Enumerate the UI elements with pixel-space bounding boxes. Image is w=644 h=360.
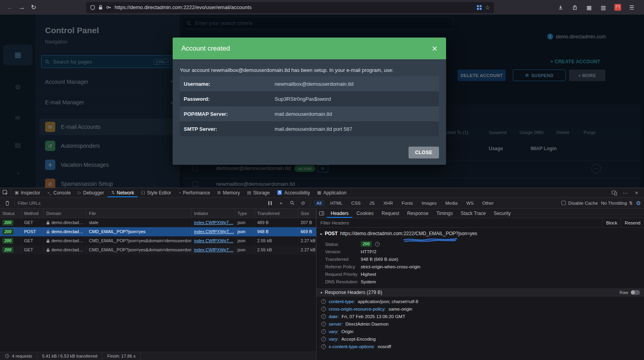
help-icon[interactable]: ? — [321, 314, 326, 319]
tab-performance[interactable]: ◔Performance — [175, 188, 213, 197]
tab-network[interactable]: ⇅Network — [107, 188, 137, 197]
column-header[interactable]: File — [87, 209, 192, 218]
search-icon[interactable] — [288, 200, 296, 205]
close-icon[interactable]: × — [432, 44, 437, 53]
column-header[interactable]: Status — [0, 209, 22, 218]
column-header[interactable]: Type — [235, 209, 255, 218]
help-icon[interactable]: ? — [321, 307, 326, 311]
filter-xhr[interactable]: XHR — [380, 200, 395, 206]
request-row-selected[interactable]: 200 POST demo.directad… CMD_EMAIL_POP?js… — [0, 227, 316, 236]
initiator-link[interactable]: index.CWfPXWpT… — [194, 218, 233, 227]
initiator-link[interactable]: index.CWfPXWpT.… — [194, 227, 234, 236]
column-header[interactable]: Method — [22, 209, 44, 218]
pause-icon[interactable] — [266, 201, 274, 205]
tab-memory[interactable]: ⊞Memory — [214, 188, 244, 197]
initiator-link[interactable]: index.CWfPXWpT… — [194, 236, 233, 245]
summary-row: Version HTTP/2 — [325, 248, 644, 255]
download-icon[interactable] — [555, 2, 567, 13]
column-header[interactable]: Initiator — [192, 209, 235, 218]
caret-down-icon: ▾ — [320, 290, 322, 295]
response-headers-section[interactable]: ▾ Response Headers (279 B) Raw — [316, 288, 644, 296]
tab-inspector[interactable]: ▣Inspector — [11, 188, 44, 197]
filter-images[interactable]: Images — [419, 200, 439, 206]
devtools-window-controls: ⋯ × — [609, 188, 644, 197]
details-tab-headers[interactable]: Headers — [327, 209, 352, 218]
help-icon[interactable]: ? — [321, 299, 326, 304]
help-icon[interactable]: ? — [321, 344, 326, 349]
apps-grid-icon[interactable] — [477, 5, 482, 10]
save-page-icon[interactable] — [569, 2, 581, 13]
tab-columns-icon[interactable]: ▥ — [597, 2, 609, 13]
filter-media[interactable]: Media — [443, 200, 460, 206]
sidebar-toggle-icon[interactable] — [316, 209, 327, 218]
details-tab-timings[interactable]: Timings — [432, 209, 457, 218]
column-header[interactable]: Transferred — [255, 209, 298, 218]
filter-headers-input[interactable] — [320, 221, 602, 225]
block-button[interactable]: Block — [602, 218, 621, 227]
details-tab-response[interactable]: Response — [403, 209, 432, 218]
details-tab-security[interactable]: Security — [490, 209, 514, 218]
filter-ws[interactable]: WS — [463, 200, 476, 206]
filter-js[interactable]: JS — [367, 200, 377, 206]
filter-urls-input[interactable] — [18, 201, 263, 205]
column-header[interactable]: Size — [298, 209, 316, 218]
lock-icon[interactable] — [98, 5, 103, 10]
extensions-grid-icon[interactable]: ▦ — [583, 2, 595, 13]
resend-button[interactable]: Resend — [621, 218, 644, 227]
credential-row: POP/IMAP Server: mail.demouserdomain.tld — [180, 106, 439, 121]
tab-storage[interactable]: ▤Storage — [243, 188, 273, 197]
close-button[interactable]: CLOSE — [409, 147, 439, 158]
network-settings-gear-icon[interactable]: ⚙ — [636, 200, 641, 206]
disable-cache-checkbox[interactable]: Disable Cache — [561, 201, 598, 205]
request-summary-line[interactable]: ▸ POST https://demo.directadmin.com:2222… — [316, 228, 644, 238]
forward-icon[interactable]: → — [16, 2, 28, 13]
method-cell: GET — [22, 236, 44, 245]
help-icon[interactable]: ? — [375, 242, 380, 247]
close-devtools-icon[interactable]: × — [631, 188, 642, 198]
transferred-cell: 948 B — [255, 227, 298, 236]
clear-requests-icon[interactable] — [3, 200, 11, 206]
filter-fonts[interactable]: Fonts — [399, 200, 416, 206]
filter-html[interactable]: HTML — [328, 200, 345, 206]
request-row[interactable]: 200 GET demo.directad… state index.CWfPX… — [0, 218, 316, 227]
tab-application[interactable]: ▦Application — [314, 188, 350, 197]
details-tab-request[interactable]: Request — [378, 209, 403, 218]
size-cell: 2.27 kB — [298, 236, 316, 245]
ublock-origin-icon[interactable] — [612, 2, 623, 13]
url-input[interactable] — [115, 4, 474, 10]
details-tab-stack-trace[interactable]: Stack Trace — [457, 209, 490, 218]
request-row[interactable]: 200 GET demo.directad… CMD_EMAIL_POP?jso… — [0, 245, 316, 254]
help-icon[interactable]: ? — [321, 337, 326, 341]
new-request-icon[interactable]: + — [277, 200, 285, 206]
filter-css[interactable]: CSS — [348, 200, 363, 206]
filter-other[interactable]: Other — [480, 200, 497, 206]
transferred-cell: 2.55 kB — [255, 245, 298, 254]
request-blocking-icon[interactable]: ⊘ — [299, 200, 307, 206]
menu-icon[interactable]: ☰ — [626, 2, 638, 13]
details-tab-cookies[interactable]: Cookies — [352, 209, 377, 218]
browser-toolbar: ← → ↻ ☆ ▦ ▥ ☰ — [0, 0, 644, 15]
back-icon[interactable]: ← — [4, 2, 16, 13]
request-url: https://demo.directadmin.com:2222/CMD_EM… — [340, 231, 477, 236]
shield-icon[interactable] — [90, 5, 95, 10]
key-icon[interactable] — [106, 5, 111, 10]
reload-icon[interactable]: ↻ — [28, 2, 40, 13]
initiator-link[interactable]: index.CWfPXWpT… — [194, 245, 233, 254]
raw-toggle[interactable] — [631, 290, 640, 295]
tab-style-editor[interactable]: { }Style Editor — [137, 188, 175, 197]
tab-debugger[interactable]: ▷Debugger — [74, 188, 107, 197]
bookmark-star-icon[interactable]: ☆ — [485, 4, 490, 11]
tab-console[interactable]: >_Console — [44, 188, 74, 197]
throttling-dropdown[interactable]: No Throttling ⇅ — [601, 200, 633, 206]
request-row[interactable]: 200 GET demo.directad… CMD_EMAIL_POP?jso… — [0, 236, 316, 245]
responsive-design-icon[interactable] — [609, 188, 620, 198]
pick-element-icon[interactable] — [0, 188, 11, 197]
filter-all[interactable]: All — [314, 200, 324, 206]
tab-accessibility[interactable]: ♿Accessibility — [273, 188, 314, 197]
method-cell: POST — [22, 227, 44, 236]
column-header[interactable]: Domain — [44, 209, 87, 218]
url-bar[interactable]: ☆ — [86, 2, 494, 13]
meatball-menu-icon[interactable]: ⋯ — [620, 188, 631, 198]
help-icon[interactable]: ? — [321, 329, 326, 334]
help-icon[interactable]: ? — [321, 322, 326, 326]
